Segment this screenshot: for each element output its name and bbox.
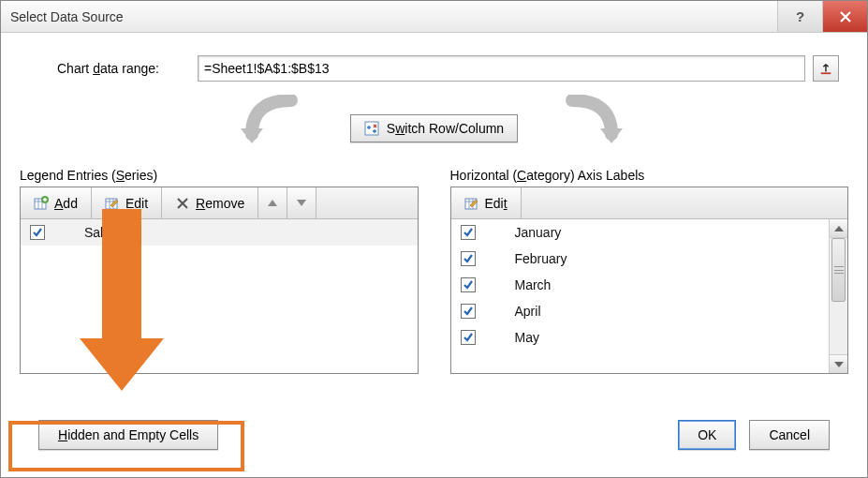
decorative-arrow-right-icon bbox=[553, 95, 628, 154]
close-icon bbox=[838, 9, 853, 24]
switch-row-column-label: Switch Row/Column bbox=[387, 121, 504, 136]
axis-label-checkbox[interactable] bbox=[461, 251, 476, 266]
series-item-label: Sales bbox=[84, 225, 117, 240]
hidden-empty-cells-label: Hidden and Empty Cells bbox=[58, 427, 199, 442]
edit-axis-labels-button[interactable]: Edit bbox=[451, 187, 522, 218]
add-series-label: Add bbox=[54, 196, 78, 211]
axis-label-checkbox[interactable] bbox=[461, 225, 476, 240]
chart-data-range-row: Chart data range: bbox=[20, 55, 848, 82]
switch-icon bbox=[364, 121, 379, 136]
legend-entries-toolbar: Add Edit Remove bbox=[21, 187, 418, 219]
footer-right: OK Cancel bbox=[678, 420, 830, 450]
arrow-up-icon bbox=[268, 200, 277, 206]
edit-icon bbox=[464, 196, 479, 211]
switch-row-column-button[interactable]: Switch Row/Column bbox=[350, 114, 518, 142]
axis-label-item[interactable]: April bbox=[451, 298, 848, 324]
axis-labels-label: Horizontal (Category) Axis Labels bbox=[450, 168, 849, 183]
axis-label-item[interactable]: February bbox=[451, 246, 848, 272]
axis-labels-toolbar: Edit bbox=[451, 187, 848, 219]
series-list-item[interactable]: Sales bbox=[21, 219, 418, 246]
axis-label-checkbox[interactable] bbox=[461, 277, 476, 292]
collapse-icon bbox=[819, 62, 832, 75]
move-series-up-button[interactable] bbox=[258, 187, 287, 218]
ok-button[interactable]: OK bbox=[678, 420, 736, 450]
scroll-up-icon bbox=[834, 226, 844, 232]
collapse-dialog-button[interactable] bbox=[813, 55, 839, 82]
move-series-down-button[interactable] bbox=[287, 187, 316, 218]
titlebar-controls: ? bbox=[777, 1, 867, 32]
edit-series-label: Edit bbox=[125, 196, 148, 211]
scroll-down-button[interactable] bbox=[830, 354, 847, 373]
axis-label-item[interactable]: May bbox=[451, 324, 848, 351]
arrow-down-icon bbox=[297, 200, 306, 206]
chart-data-range-input[interactable] bbox=[198, 55, 805, 82]
scroll-down-icon bbox=[834, 362, 844, 367]
edit-axis-labels-label: Edit bbox=[485, 196, 508, 211]
axis-labels-list[interactable]: January February March bbox=[451, 219, 848, 373]
series-list[interactable]: Sales bbox=[21, 219, 418, 373]
dialog-body: Chart data range: Switch R bbox=[1, 33, 867, 477]
edit-series-button[interactable]: Edit bbox=[92, 187, 162, 218]
select-data-source-dialog: Select Data Source ? Chart data range: bbox=[0, 0, 868, 478]
series-checkbox[interactable] bbox=[30, 225, 45, 240]
axis-label-item[interactable]: January bbox=[451, 219, 848, 246]
scroll-up-button[interactable] bbox=[830, 219, 847, 238]
dialog-title: Select Data Source bbox=[10, 9, 124, 24]
add-icon bbox=[34, 196, 49, 211]
help-button[interactable]: ? bbox=[777, 1, 822, 32]
close-button[interactable] bbox=[822, 1, 867, 32]
scroll-track[interactable] bbox=[830, 238, 847, 354]
remove-series-button[interactable]: Remove bbox=[162, 187, 258, 218]
remove-icon bbox=[175, 196, 190, 211]
titlebar: Select Data Source ? bbox=[1, 1, 867, 33]
remove-series-label: Remove bbox=[196, 196, 244, 211]
axis-label-item[interactable]: March bbox=[451, 272, 848, 298]
axis-labels-scrollbar[interactable] bbox=[829, 219, 847, 373]
legend-entries-box: Add Edit Remove bbox=[20, 187, 419, 374]
axis-label-text: April bbox=[515, 304, 541, 319]
hidden-empty-cells-button[interactable]: Hidden and Empty Cells bbox=[38, 420, 218, 450]
axis-label-text: May bbox=[515, 330, 539, 345]
axis-label-checkbox[interactable] bbox=[461, 330, 476, 345]
axis-label-checkbox[interactable] bbox=[461, 304, 476, 319]
cancel-button[interactable]: Cancel bbox=[749, 420, 830, 450]
axis-labels-box: Edit January February bbox=[450, 187, 849, 374]
edit-icon bbox=[105, 196, 120, 211]
legend-entries-label: Legend Entries (Series) bbox=[20, 168, 419, 183]
dialog-footer: Hidden and Empty Cells OK Cancel bbox=[20, 413, 848, 462]
axis-labels-pane: Horizontal (Category) Axis Labels Edit bbox=[450, 168, 849, 413]
legend-entries-pane: Legend Entries (Series) Add Edit bbox=[20, 168, 419, 413]
mid-panes: Legend Entries (Series) Add Edit bbox=[20, 168, 848, 413]
axis-label-text: March bbox=[515, 277, 552, 292]
axis-label-text: February bbox=[515, 251, 567, 266]
axis-label-text: January bbox=[515, 225, 562, 240]
scroll-thumb[interactable] bbox=[831, 238, 846, 302]
decorative-arrow-left-icon bbox=[235, 95, 310, 154]
add-series-button[interactable]: Add bbox=[21, 187, 92, 218]
chart-data-range-label: Chart data range: bbox=[57, 61, 198, 76]
svg-rect-0 bbox=[365, 122, 378, 135]
switch-row-column-row: Switch Row/Column bbox=[20, 100, 848, 157]
